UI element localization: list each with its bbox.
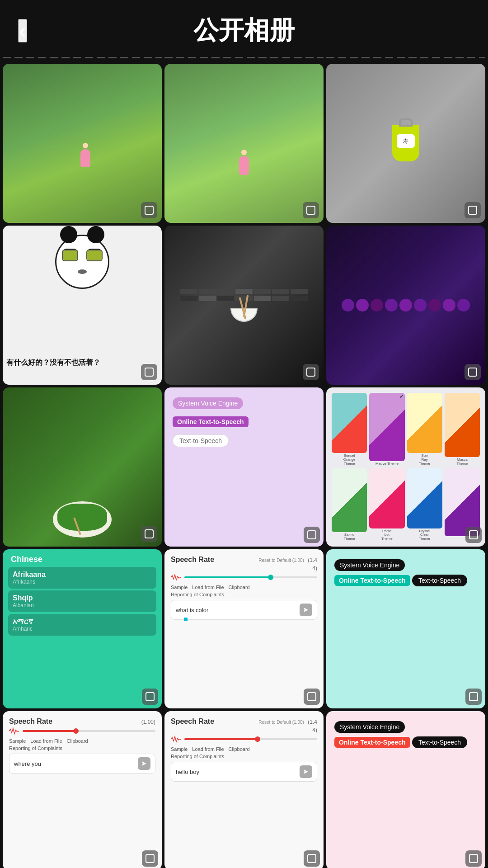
panda-text: 有什么好的？没有不也活着？ — [6, 358, 100, 368]
photo-cell-keyboard[interactable] — [164, 226, 324, 385]
speech-rate-value-green: (1.44) — [308, 557, 317, 571]
send-btn-red[interactable] — [138, 757, 150, 770]
app-cell-speech-green: Speech Rate Reset to Default (1.00) (1.4… — [164, 549, 324, 708]
photo-cell-panda[interactable]: 有什么好的？没有不也活着？ — [3, 226, 162, 385]
send-btn-red2[interactable] — [300, 765, 312, 778]
theme-item-sunray[interactable]: SunRayTheme — [407, 393, 442, 466]
system-voice-label-pink: System Voice Engine — [334, 721, 405, 733]
header: ‹ 公开相册 — [0, 0, 488, 57]
speech-rate-value-red: (1.00) — [141, 719, 155, 725]
cell-action-btn-grapes[interactable] — [465, 364, 481, 380]
photo-cell-3[interactable]: 寿 — [326, 64, 485, 223]
theme-item-pomelot[interactable]: PomeLotTheme — [369, 468, 404, 542]
waveform-icon-green — [171, 574, 181, 581]
cell-action-btn-tts-pink[interactable] — [465, 850, 482, 867]
slider-red2[interactable] — [184, 738, 317, 740]
app-cell-tts-teal: System Voice Engine Online Text-to-Speec… — [326, 549, 485, 708]
app-cell-speech-red2: Speech Rate Reset to Default (1.00) (1.4… — [164, 711, 324, 868]
lang-item-amharic[interactable]: አማርኛ Amharic — [8, 614, 156, 636]
photo-grid: 寿 有什么好的？没有不也活着？ — [0, 61, 488, 868]
app-cell-theme: SunsetOrangeTheme ✓ Mauve Theme SunRayTh… — [326, 387, 485, 547]
speech-rate-label-red2: Speech Rate — [171, 717, 214, 726]
send-btn-green[interactable] — [300, 604, 312, 616]
overlay-icon-theme — [469, 530, 478, 539]
cell-action-btn-speech-red[interactable] — [142, 850, 158, 867]
mauve-label: Mauve Theme — [375, 462, 399, 466]
theme-item-musca[interactable]: MuscaTheme — [445, 393, 480, 466]
system-voice-label-purple: System Voice Engine — [173, 397, 243, 409]
sep-3 — [326, 57, 485, 58]
overlay-icon-1 — [145, 206, 154, 215]
tts-btn-teal[interactable]: Text-to-Speech — [412, 575, 467, 586]
sep-1 — [3, 57, 162, 58]
waveform-icon-red2 — [171, 736, 181, 743]
app-cell-speech-red: Speech Rate (1.00) Sample Load from File… — [3, 711, 162, 868]
speech-rate-label-green: Speech Rate — [171, 556, 214, 564]
tts-btn-pink[interactable]: Text-to-Speech — [412, 736, 467, 748]
svg-marker-2 — [304, 769, 308, 774]
cell-action-btn-tts-purple[interactable] — [304, 527, 320, 543]
system-voice-label-teal: System Voice Engine — [334, 559, 405, 571]
lang-item-afrikaana[interactable]: Afrikaana Afrikaans — [8, 567, 156, 589]
cell-action-btn-food[interactable] — [141, 526, 157, 542]
overlay-icon-2 — [306, 206, 315, 215]
overlay-icon-tts-teal — [469, 692, 478, 701]
cell-action-btn-1[interactable] — [141, 202, 157, 218]
theme-item-salmo[interactable]: SalmoTheme — [332, 468, 367, 542]
speech-input-red[interactable]: where you — [9, 754, 155, 774]
speech-rate-reset-green: Reset to Default (1.00) — [258, 558, 304, 563]
overlay-icon-speech-red2 — [307, 854, 316, 863]
photo-cell-food[interactable] — [3, 387, 162, 547]
overlay-icon-tts-pink — [469, 854, 478, 863]
overlay-icon-food — [145, 529, 154, 538]
top-separators — [0, 57, 488, 61]
slider-green[interactable] — [184, 576, 317, 578]
complaints-green: Reporting of Complaints — [171, 592, 317, 597]
input-dot-green — [184, 618, 188, 621]
online-tts-label-teal: Online Text-to-Speech — [334, 575, 410, 586]
cell-action-btn-2[interactable] — [303, 202, 319, 218]
app-cell-tts-purple: System Voice Engine Online Text-to-Speec… — [164, 387, 324, 547]
cell-action-btn-panda[interactable] — [141, 364, 157, 380]
theme-item-crystal[interactable]: CrystalClearTheme — [407, 468, 442, 542]
cell-action-btn-theme[interactable] — [465, 527, 482, 543]
lang-item-shqip[interactable]: Shqip Albanian — [8, 590, 156, 612]
speech-links-red: Sample Load from File Clipboard — [9, 738, 155, 744]
page-title: 公开相册 — [193, 14, 295, 48]
app-cell-languages: Chinese Afrikaana Afrikaans Shqip Albani… — [3, 549, 162, 708]
online-tts-label-pink: Online Text-to-Speech — [334, 737, 410, 748]
photo-cell-1[interactable] — [3, 64, 162, 223]
waveform-icon-red — [9, 727, 19, 735]
svg-marker-1 — [142, 761, 146, 766]
speech-input-red2[interactable]: hello boy — [171, 762, 317, 782]
speech-input-green[interactable]: what is color — [171, 600, 317, 620]
slider-red[interactable] — [23, 730, 155, 732]
photo-cell-grapes[interactable] — [326, 226, 485, 385]
speech-links-red2: Sample Load from File Clipboard — [171, 746, 317, 752]
cell-action-btn-tts-teal[interactable] — [465, 689, 482, 705]
overlay-icon-3 — [468, 206, 477, 215]
cell-action-btn-speech-red2[interactable] — [304, 850, 320, 867]
overlay-icon-keyboard — [306, 368, 315, 377]
overlay-icon-panda — [145, 368, 154, 377]
overlay-icon-tts-purple — [307, 530, 316, 539]
svg-marker-0 — [304, 608, 308, 612]
complaints-red: Reporting of Complaints — [9, 745, 155, 751]
theme-item-sunset[interactable]: SunsetOrangeTheme — [332, 393, 367, 466]
cell-action-btn-speech-green[interactable] — [304, 689, 320, 705]
speech-rate-reset-red2: Reset to Default (1.00) — [258, 720, 304, 725]
back-button[interactable]: ‹ — [18, 19, 27, 42]
speech-rate-value-red2: (1.44) — [308, 719, 317, 733]
sep-2 — [164, 57, 324, 58]
overlay-icon-languages — [145, 692, 155, 701]
cell-action-btn-keyboard[interactable] — [303, 364, 319, 380]
overlay-icon-grapes — [468, 368, 477, 377]
cell-action-btn-3[interactable] — [465, 202, 481, 218]
app-cell-tts-pink: System Voice Engine Online Text-to-Speec… — [326, 711, 485, 868]
cell-action-btn-languages[interactable] — [142, 689, 158, 705]
overlay-icon-speech-green — [307, 692, 316, 701]
complaints-red2: Reporting of Complaints — [171, 754, 317, 759]
tts-btn-purple[interactable]: Text-to-Speech — [173, 434, 229, 447]
theme-item-mauve[interactable]: ✓ Mauve Theme — [369, 393, 404, 466]
photo-cell-2[interactable] — [164, 64, 324, 223]
